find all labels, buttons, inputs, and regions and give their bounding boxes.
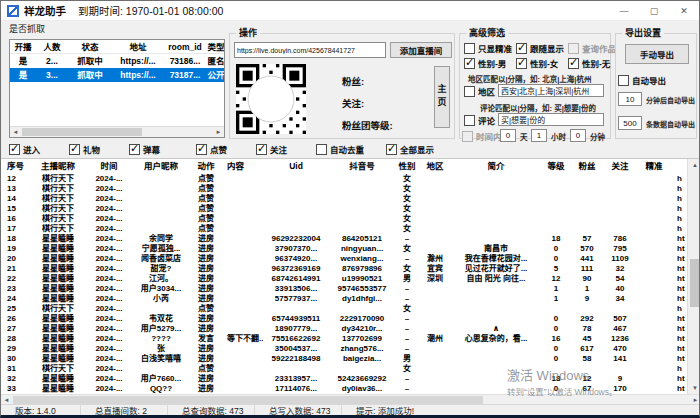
checkbox-icon[interactable] (568, 43, 579, 54)
table-row[interactable]: 32星星瞌睡2024-...用户7660...进房23313957...5242… (1, 374, 700, 384)
cell: 棋行天下 (29, 364, 87, 374)
table-row[interactable]: 29星星瞌睡2024-...张进房35004537...zhang576...–… (1, 344, 700, 354)
manual-export-button[interactable]: 手动导出 (625, 44, 689, 64)
scroll-thumb[interactable] (22, 128, 142, 136)
checkbox-icon[interactable] (129, 144, 140, 155)
maximize-button[interactable]: ▢ (639, 1, 669, 20)
room-table-hscrollbar[interactable]: ◄ ► (10, 126, 224, 137)
cell: 2024-... (87, 194, 131, 204)
room-row[interactable]: 是2...抓取中https://...73186...匿名 (10, 54, 224, 68)
export-count-input[interactable] (618, 116, 642, 130)
table-row[interactable]: 33星星瞌睡2024-...QQ??进房17114076...dy0iav36.… (1, 384, 700, 394)
filter-checkbox-自动去重[interactable]: 自动去重 (316, 143, 364, 155)
checkbox-跟随显示[interactable]: 跟随显示 (516, 42, 564, 54)
table-row[interactable]: 12棋行天下2024-...点赞女h (1, 174, 700, 184)
checkbox-auto-export[interactable]: 自动导出 (618, 74, 666, 86)
filter-checkbox-全部显示[interactable]: 全部显示 (386, 143, 434, 155)
scroll-down-icon[interactable]: ▼ (688, 382, 700, 394)
table-row[interactable]: 28星星瞌睡2024-...????发言等下不翻...7551662269213… (1, 334, 700, 344)
home-page-button[interactable]: 主页 (434, 66, 450, 128)
checkbox-icon[interactable] (464, 58, 475, 69)
cell: Uid (263, 159, 329, 174)
checkbox-icon[interactable] (316, 144, 327, 155)
cell: 2024-... (87, 264, 131, 274)
table-row[interactable]: 26星星瞌睡2024-...韦双花进房657449395112229170090… (1, 314, 700, 324)
table-row[interactable]: 19星星瞌睡2024-...宁愿孤独...进房37907370...ningyu… (1, 244, 700, 254)
cell: 女 (395, 224, 419, 234)
checkbox-icon[interactable] (464, 86, 475, 97)
cell (221, 224, 263, 234)
table-row[interactable]: 23星星瞌睡2024-...用户3034...进房33913506...9574… (1, 284, 700, 294)
cell (451, 174, 541, 184)
checkbox-icon[interactable] (9, 144, 20, 155)
cell: 441 (571, 254, 603, 264)
checkbox-icon[interactable] (464, 43, 475, 54)
table-row[interactable]: 24星星瞌睡2024-...小芮进房57577937...dy1dhfgi...… (1, 294, 700, 304)
checkbox-icon[interactable] (516, 58, 527, 69)
filter-checkbox-点赞[interactable]: 点赞 (196, 143, 227, 155)
cell (329, 214, 395, 224)
filter-checkbox-进入[interactable]: 进入 (9, 143, 40, 155)
table-row[interactable]: 25棋行天下2024-...点赞女h (1, 304, 700, 314)
table-row[interactable]: 22星星瞌睡2024-...江河。进房68742614991u19990521男… (1, 274, 700, 284)
cell: 57 (571, 234, 603, 244)
cell (637, 204, 671, 214)
filter-checkbox-关注[interactable]: 关注 (256, 143, 287, 155)
table-row[interactable]: 31棋行天下2024-...点赞女h (1, 364, 700, 374)
cell: 17 (1, 224, 29, 234)
scroll-up-icon[interactable]: ▲ (688, 159, 700, 171)
data-table-header: 序号主播昵称时间用户昵称动作内容Uid抖音号性别地区简介等级粉丝关注精准 (1, 159, 700, 174)
data-table-vscrollbar[interactable]: ▲ ▼ (687, 159, 700, 394)
table-row[interactable]: 27星星瞌睡2024-...用户5279...进房18907779...dy34… (1, 324, 700, 334)
checkbox-icon[interactable] (196, 144, 207, 155)
export-minutes-input[interactable] (618, 92, 642, 106)
add-room-button[interactable]: 添加直播间 (390, 42, 452, 58)
tab-capture[interactable]: 是否抓取 (9, 22, 45, 35)
region-input[interactable] (498, 84, 604, 97)
cell: 地区 (419, 159, 451, 174)
close-button[interactable]: ✕ (669, 1, 699, 20)
cell (571, 204, 603, 214)
checkbox-icon[interactable] (464, 115, 475, 126)
checkbox-性别-女[interactable]: 性别-女 (516, 57, 558, 69)
table-row[interactable]: 20星星瞌睡2024-...闻香卤菜店进房96374920...wenxiang… (1, 254, 700, 264)
scroll-thumb[interactable] (690, 259, 700, 307)
cell: 0 (541, 384, 571, 394)
table-row[interactable]: 18星星瞌睡2024-...余同学进房96292232004864205121–… (1, 234, 700, 244)
live-url-input[interactable] (234, 42, 386, 58)
checkbox-icon[interactable] (69, 144, 80, 155)
checkbox-comment[interactable]: 评论 (464, 114, 495, 126)
table-row[interactable]: 30星星瞌睡2024-...白浅笑嘻嘻进房59222188498baigezia… (1, 354, 700, 364)
filter-checkbox-礼物[interactable]: 礼物 (69, 143, 100, 155)
cell: 96292232004 (263, 234, 329, 244)
data-table-hscrollbar[interactable]: ◄ ► (1, 394, 700, 404)
checkbox-region[interactable]: 地区 (464, 85, 495, 97)
checkbox-icon[interactable] (256, 144, 267, 155)
checkbox-label: 关注 (270, 143, 287, 155)
scroll-right-icon[interactable]: ► (213, 127, 224, 137)
cell: 白浅笑嘻嘻 (131, 354, 191, 364)
table-row[interactable]: 13棋行天下2024-...点赞女h (1, 184, 700, 194)
checkbox-icon[interactable] (618, 75, 629, 86)
minimize-button[interactable]: — (609, 1, 639, 20)
checkbox-icon[interactable] (568, 58, 579, 69)
filter-checkbox-弹幕[interactable]: 弹幕 (129, 143, 160, 155)
table-row[interactable]: 14棋行天下2024-...点赞女h (1, 194, 700, 204)
table-row[interactable]: 17棋行天下2024-...点赞女h (1, 224, 700, 234)
checkbox-性别-男[interactable]: 性别-男 (464, 57, 506, 69)
scroll-thumb[interactable] (13, 396, 483, 404)
cell (221, 244, 263, 254)
checkbox-性别-无[interactable]: 性别-无 (568, 57, 610, 69)
checkbox-icon[interactable] (516, 43, 527, 54)
scroll-left-icon[interactable]: ◄ (10, 127, 21, 137)
table-row[interactable]: 16棋行天下2024-...点赞女h (1, 214, 700, 224)
comment-input[interactable] (498, 113, 604, 126)
table-row[interactable]: 15棋行天下2024-...点赞女h (1, 204, 700, 214)
checkbox-查询作品[interactable]: 查询作品 (568, 42, 616, 54)
checkbox-icon[interactable] (462, 131, 473, 142)
checkbox-只显精准[interactable]: 只显精准 (464, 42, 512, 54)
cell: 进房 (191, 244, 221, 254)
table-row[interactable]: 21星星瞌睡2024-...甜宠?进房96372369169876979896女… (1, 264, 700, 274)
checkbox-icon[interactable] (386, 144, 397, 155)
room-row[interactable]: 是3...抓取中https://...73187...公开 (10, 68, 224, 82)
